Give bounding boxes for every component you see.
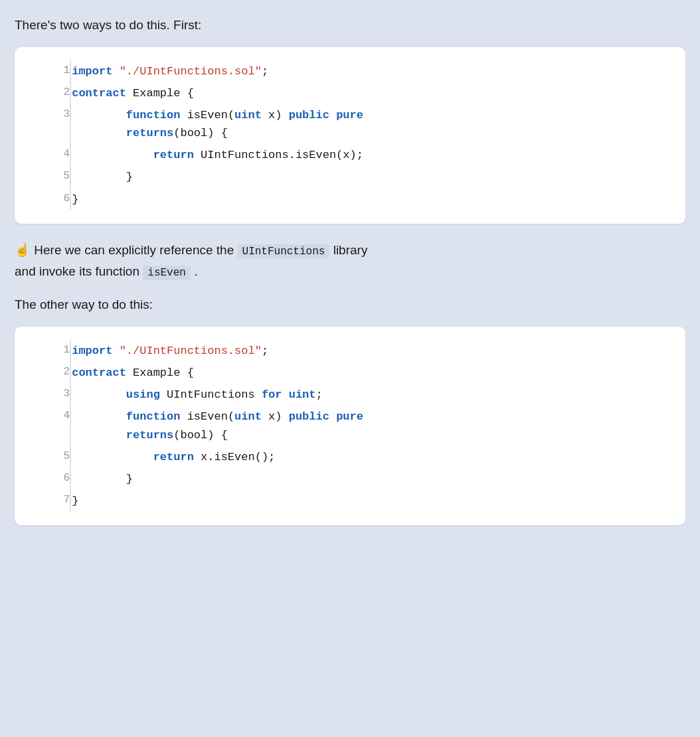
table-row: 7} bbox=[15, 490, 685, 512]
line-number: 1 bbox=[15, 340, 70, 362]
code-line-content: function isEven(uint x) public pure retu… bbox=[72, 406, 685, 446]
table-row: 1import "./UIntFunctions.sol"; bbox=[15, 60, 685, 82]
table-row: 2contract Example { bbox=[15, 82, 685, 104]
line-number: 6 bbox=[15, 468, 70, 490]
desc-text-middle-1: library bbox=[329, 243, 367, 257]
table-row: 5 } bbox=[15, 166, 685, 188]
line-number: 3 bbox=[15, 384, 70, 406]
desc-text-after: . bbox=[191, 264, 198, 278]
table-row: 3 using UIntFunctions for uint; bbox=[15, 384, 685, 406]
code-line-content: contract Example { bbox=[72, 362, 685, 384]
line-number: 2 bbox=[15, 82, 70, 104]
code-block-1: 1import "./UIntFunctions.sol";2contract … bbox=[15, 47, 685, 224]
line-number: 2 bbox=[15, 362, 70, 384]
table-row: 6} bbox=[15, 189, 685, 210]
code-line-content: import "./UIntFunctions.sol"; bbox=[72, 340, 685, 362]
table-row: 5 return x.isEven(); bbox=[15, 446, 685, 468]
desc-text-before: Here we can explicitly reference the bbox=[31, 243, 238, 257]
table-row: 2contract Example { bbox=[15, 362, 685, 384]
code-table-1: 1import "./UIntFunctions.sol";2contract … bbox=[15, 60, 685, 210]
desc-text-middle-2: and invoke its function bbox=[15, 264, 143, 278]
table-row: 4 return UIntFunctions.isEven(x); bbox=[15, 144, 685, 166]
description-block: ☝️ Here we can explicitly reference the … bbox=[15, 240, 685, 283]
code-line-content: return x.isEven(); bbox=[72, 446, 685, 468]
intro-text: There's two ways to do this. First: bbox=[15, 16, 685, 35]
table-row: 1import "./UIntFunctions.sol"; bbox=[15, 340, 685, 362]
line-number: 4 bbox=[15, 406, 70, 446]
code-line-content: } bbox=[72, 189, 685, 210]
inline-code-1: UIntFunctions bbox=[238, 244, 330, 259]
table-row: 4 function isEven(uint x) public pure re… bbox=[15, 406, 685, 446]
code-line-content: return UIntFunctions.isEven(x); bbox=[72, 144, 685, 166]
code-line-content: function isEven(uint x) public pure retu… bbox=[72, 104, 685, 144]
line-number: 1 bbox=[15, 60, 70, 82]
code-table-2: 1import "./UIntFunctions.sol";2contract … bbox=[15, 340, 685, 513]
code-line-content: } bbox=[72, 490, 685, 512]
line-number: 3 bbox=[15, 104, 70, 144]
table-row: 6 } bbox=[15, 468, 685, 490]
line-number: 7 bbox=[15, 490, 70, 512]
line-number: 6 bbox=[15, 189, 70, 210]
line-number: 4 bbox=[15, 144, 70, 166]
code-line-content: contract Example { bbox=[72, 82, 685, 104]
code-block-2: 1import "./UIntFunctions.sol";2contract … bbox=[15, 327, 685, 526]
line-number: 5 bbox=[15, 446, 70, 468]
other-way-text: The other way to do this: bbox=[15, 295, 685, 315]
code-line-content: } bbox=[72, 468, 685, 490]
pointing-emoji: ☝️ bbox=[15, 243, 31, 257]
line-number: 5 bbox=[15, 166, 70, 188]
table-row: 3 function isEven(uint x) public pure re… bbox=[15, 104, 685, 144]
code-line-content: import "./UIntFunctions.sol"; bbox=[72, 60, 685, 82]
inline-code-2: isEven bbox=[143, 266, 191, 280]
page-container: There's two ways to do this. First: 1imp… bbox=[15, 16, 685, 525]
code-line-content: using UIntFunctions for uint; bbox=[72, 384, 685, 406]
code-line-content: } bbox=[72, 166, 685, 188]
